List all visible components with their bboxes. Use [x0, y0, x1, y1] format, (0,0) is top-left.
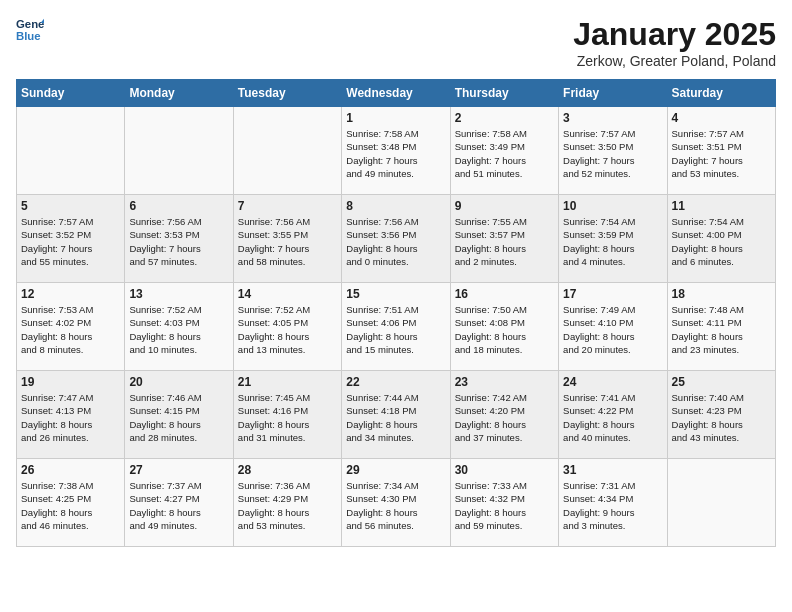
day-info: Sunrise: 7:55 AM Sunset: 3:57 PM Dayligh…	[455, 215, 554, 268]
logo: General Blue	[16, 16, 44, 44]
svg-text:General: General	[16, 18, 44, 30]
calendar-cell: 3Sunrise: 7:57 AM Sunset: 3:50 PM Daylig…	[559, 107, 667, 195]
day-number: 5	[21, 199, 120, 213]
day-info: Sunrise: 7:46 AM Sunset: 4:15 PM Dayligh…	[129, 391, 228, 444]
calendar-cell: 13Sunrise: 7:52 AM Sunset: 4:03 PM Dayli…	[125, 283, 233, 371]
calendar-week-2: 5Sunrise: 7:57 AM Sunset: 3:52 PM Daylig…	[17, 195, 776, 283]
day-number: 31	[563, 463, 662, 477]
calendar-week-4: 19Sunrise: 7:47 AM Sunset: 4:13 PM Dayli…	[17, 371, 776, 459]
header-cell-thursday: Thursday	[450, 80, 558, 107]
calendar-table: SundayMondayTuesdayWednesdayThursdayFrid…	[16, 79, 776, 547]
day-number: 26	[21, 463, 120, 477]
day-number: 15	[346, 287, 445, 301]
day-info: Sunrise: 7:38 AM Sunset: 4:25 PM Dayligh…	[21, 479, 120, 532]
day-info: Sunrise: 7:58 AM Sunset: 3:48 PM Dayligh…	[346, 127, 445, 180]
day-number: 23	[455, 375, 554, 389]
calendar-week-5: 26Sunrise: 7:38 AM Sunset: 4:25 PM Dayli…	[17, 459, 776, 547]
day-number: 10	[563, 199, 662, 213]
calendar-cell: 30Sunrise: 7:33 AM Sunset: 4:32 PM Dayli…	[450, 459, 558, 547]
calendar-cell: 7Sunrise: 7:56 AM Sunset: 3:55 PM Daylig…	[233, 195, 341, 283]
calendar-cell: 17Sunrise: 7:49 AM Sunset: 4:10 PM Dayli…	[559, 283, 667, 371]
calendar-cell: 24Sunrise: 7:41 AM Sunset: 4:22 PM Dayli…	[559, 371, 667, 459]
day-number: 2	[455, 111, 554, 125]
header-cell-monday: Monday	[125, 80, 233, 107]
day-info: Sunrise: 7:56 AM Sunset: 3:53 PM Dayligh…	[129, 215, 228, 268]
day-number: 7	[238, 199, 337, 213]
day-info: Sunrise: 7:36 AM Sunset: 4:29 PM Dayligh…	[238, 479, 337, 532]
calendar-cell: 10Sunrise: 7:54 AM Sunset: 3:59 PM Dayli…	[559, 195, 667, 283]
day-number: 28	[238, 463, 337, 477]
calendar-cell: 29Sunrise: 7:34 AM Sunset: 4:30 PM Dayli…	[342, 459, 450, 547]
title-block: January 2025 Zerkow, Greater Poland, Pol…	[573, 16, 776, 69]
day-number: 27	[129, 463, 228, 477]
day-number: 17	[563, 287, 662, 301]
day-number: 9	[455, 199, 554, 213]
header-cell-wednesday: Wednesday	[342, 80, 450, 107]
calendar-cell: 5Sunrise: 7:57 AM Sunset: 3:52 PM Daylig…	[17, 195, 125, 283]
day-number: 4	[672, 111, 771, 125]
calendar-cell: 31Sunrise: 7:31 AM Sunset: 4:34 PM Dayli…	[559, 459, 667, 547]
calendar-cell	[667, 459, 775, 547]
day-info: Sunrise: 7:52 AM Sunset: 4:05 PM Dayligh…	[238, 303, 337, 356]
day-info: Sunrise: 7:42 AM Sunset: 4:20 PM Dayligh…	[455, 391, 554, 444]
calendar-cell	[125, 107, 233, 195]
calendar-cell: 18Sunrise: 7:48 AM Sunset: 4:11 PM Dayli…	[667, 283, 775, 371]
calendar-body: 1Sunrise: 7:58 AM Sunset: 3:48 PM Daylig…	[17, 107, 776, 547]
day-info: Sunrise: 7:34 AM Sunset: 4:30 PM Dayligh…	[346, 479, 445, 532]
calendar-cell: 21Sunrise: 7:45 AM Sunset: 4:16 PM Dayli…	[233, 371, 341, 459]
header-cell-sunday: Sunday	[17, 80, 125, 107]
day-number: 30	[455, 463, 554, 477]
header-cell-tuesday: Tuesday	[233, 80, 341, 107]
calendar-cell: 4Sunrise: 7:57 AM Sunset: 3:51 PM Daylig…	[667, 107, 775, 195]
calendar-cell: 20Sunrise: 7:46 AM Sunset: 4:15 PM Dayli…	[125, 371, 233, 459]
header-cell-friday: Friday	[559, 80, 667, 107]
day-number: 14	[238, 287, 337, 301]
day-number: 29	[346, 463, 445, 477]
day-info: Sunrise: 7:57 AM Sunset: 3:51 PM Dayligh…	[672, 127, 771, 180]
day-info: Sunrise: 7:58 AM Sunset: 3:49 PM Dayligh…	[455, 127, 554, 180]
calendar-cell: 16Sunrise: 7:50 AM Sunset: 4:08 PM Dayli…	[450, 283, 558, 371]
day-info: Sunrise: 7:52 AM Sunset: 4:03 PM Dayligh…	[129, 303, 228, 356]
calendar-cell: 26Sunrise: 7:38 AM Sunset: 4:25 PM Dayli…	[17, 459, 125, 547]
day-info: Sunrise: 7:44 AM Sunset: 4:18 PM Dayligh…	[346, 391, 445, 444]
calendar-cell: 12Sunrise: 7:53 AM Sunset: 4:02 PM Dayli…	[17, 283, 125, 371]
day-info: Sunrise: 7:54 AM Sunset: 3:59 PM Dayligh…	[563, 215, 662, 268]
day-info: Sunrise: 7:53 AM Sunset: 4:02 PM Dayligh…	[21, 303, 120, 356]
day-info: Sunrise: 7:54 AM Sunset: 4:00 PM Dayligh…	[672, 215, 771, 268]
day-info: Sunrise: 7:37 AM Sunset: 4:27 PM Dayligh…	[129, 479, 228, 532]
calendar-title: January 2025	[573, 16, 776, 53]
day-number: 19	[21, 375, 120, 389]
calendar-header-row: SundayMondayTuesdayWednesdayThursdayFrid…	[17, 80, 776, 107]
day-number: 8	[346, 199, 445, 213]
page-header: General Blue January 2025 Zerkow, Greate…	[16, 16, 776, 69]
calendar-cell: 1Sunrise: 7:58 AM Sunset: 3:48 PM Daylig…	[342, 107, 450, 195]
calendar-cell: 9Sunrise: 7:55 AM Sunset: 3:57 PM Daylig…	[450, 195, 558, 283]
calendar-cell: 8Sunrise: 7:56 AM Sunset: 3:56 PM Daylig…	[342, 195, 450, 283]
logo-icon: General Blue	[16, 16, 44, 44]
calendar-cell	[17, 107, 125, 195]
day-number: 25	[672, 375, 771, 389]
day-number: 21	[238, 375, 337, 389]
calendar-cell: 22Sunrise: 7:44 AM Sunset: 4:18 PM Dayli…	[342, 371, 450, 459]
day-info: Sunrise: 7:57 AM Sunset: 3:50 PM Dayligh…	[563, 127, 662, 180]
day-info: Sunrise: 7:49 AM Sunset: 4:10 PM Dayligh…	[563, 303, 662, 356]
day-number: 22	[346, 375, 445, 389]
day-number: 13	[129, 287, 228, 301]
day-number: 1	[346, 111, 445, 125]
day-number: 20	[129, 375, 228, 389]
day-info: Sunrise: 7:31 AM Sunset: 4:34 PM Dayligh…	[563, 479, 662, 532]
day-number: 3	[563, 111, 662, 125]
calendar-cell: 11Sunrise: 7:54 AM Sunset: 4:00 PM Dayli…	[667, 195, 775, 283]
calendar-cell: 2Sunrise: 7:58 AM Sunset: 3:49 PM Daylig…	[450, 107, 558, 195]
day-number: 6	[129, 199, 228, 213]
header-cell-saturday: Saturday	[667, 80, 775, 107]
calendar-cell: 19Sunrise: 7:47 AM Sunset: 4:13 PM Dayli…	[17, 371, 125, 459]
day-info: Sunrise: 7:51 AM Sunset: 4:06 PM Dayligh…	[346, 303, 445, 356]
day-info: Sunrise: 7:57 AM Sunset: 3:52 PM Dayligh…	[21, 215, 120, 268]
day-info: Sunrise: 7:56 AM Sunset: 3:56 PM Dayligh…	[346, 215, 445, 268]
day-info: Sunrise: 7:41 AM Sunset: 4:22 PM Dayligh…	[563, 391, 662, 444]
calendar-cell	[233, 107, 341, 195]
day-info: Sunrise: 7:56 AM Sunset: 3:55 PM Dayligh…	[238, 215, 337, 268]
day-number: 18	[672, 287, 771, 301]
day-info: Sunrise: 7:33 AM Sunset: 4:32 PM Dayligh…	[455, 479, 554, 532]
